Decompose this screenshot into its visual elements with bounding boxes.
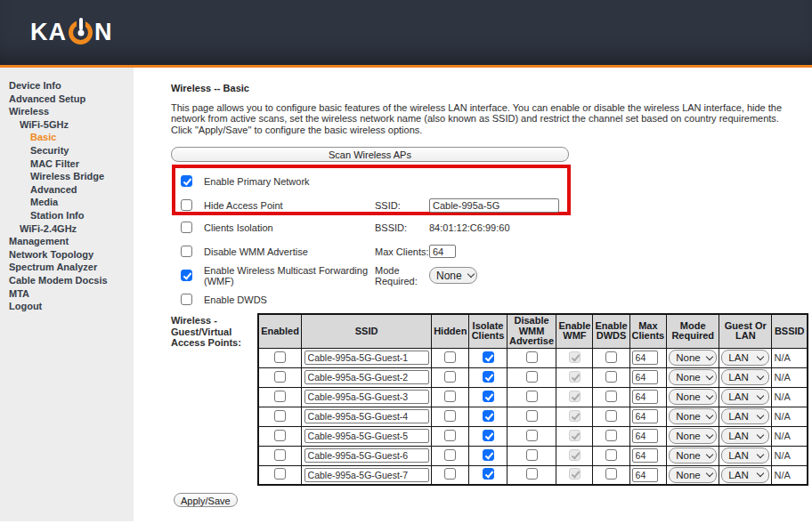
guest-isolate-clients-checkbox[interactable]	[483, 468, 494, 480]
guest-hidden-checkbox[interactable]	[444, 430, 456, 441]
guest-hidden-checkbox[interactable]	[444, 468, 456, 480]
guest-or-lan-select-value: LAN	[728, 450, 748, 461]
guest-mode-required-select[interactable]: None	[669, 389, 717, 405]
guest-disable-wmm-checkbox[interactable]	[526, 351, 538, 363]
sidebar-item-management[interactable]: Management	[0, 235, 134, 248]
sidebar-item-media[interactable]: Media	[0, 196, 134, 209]
guest-or-lan-select[interactable]: LAN	[721, 389, 769, 405]
sidebar-item-advanced[interactable]: Advanced	[0, 183, 134, 197]
sidebar-item-security[interactable]: Security	[0, 144, 134, 157]
sidebar-item-cable-modem-docsis[interactable]: Cable Modem Docsis	[0, 274, 134, 287]
guest-enable-dwds-checkbox[interactable]	[605, 468, 617, 480]
guest-cell	[507, 465, 556, 485]
guest-isolate-clients-checkbox[interactable]	[483, 410, 494, 422]
guest-or-lan-select[interactable]: LAN	[721, 350, 769, 366]
guest-isolate-clients-checkbox[interactable]	[483, 351, 494, 363]
guest-hidden-checkbox[interactable]	[444, 449, 456, 461]
guest-hidden-checkbox[interactable]	[444, 410, 456, 422]
scan-wireless-aps-button[interactable]: Scan Wireless APs	[171, 147, 569, 162]
guest-enabled-checkbox[interactable]	[274, 410, 286, 422]
guest-mode-required-select[interactable]: None	[669, 447, 717, 464]
guest-hidden-checkbox[interactable]	[444, 351, 456, 363]
guest-max-clients-input[interactable]	[632, 409, 658, 423]
guest-mode-required-select[interactable]: None	[669, 350, 717, 366]
annotation-highlight-box: Enable Primary Network Hide Access Point…	[172, 165, 571, 215]
guest-isolate-clients-checkbox[interactable]	[483, 371, 494, 383]
guest-or-lan-select[interactable]: LAN	[721, 428, 769, 444]
guest-isolate-clients-checkbox[interactable]	[483, 430, 494, 441]
guest-hidden-checkbox[interactable]	[444, 371, 456, 383]
guest-ssid-input[interactable]	[304, 390, 429, 404]
guest-or-lan-select[interactable]: LAN	[721, 447, 769, 464]
guest-or-lan-select[interactable]: LAN	[721, 369, 769, 385]
guest-disable-wmm-checkbox[interactable]	[526, 371, 538, 383]
sidebar-item-station-info[interactable]: Station Info	[0, 209, 134, 222]
apply-save-button[interactable]: Apply/Save	[174, 493, 238, 507]
sidebar-item-wifi-2-4ghz[interactable]: WiFi-2.4GHz	[0, 222, 134, 236]
mode-required-select[interactable]: None	[429, 267, 477, 284]
guest-mode-required-select[interactable]: None	[669, 467, 717, 483]
sidebar-item-wifi-5ghz[interactable]: WiFi-5GHz	[0, 118, 134, 132]
guest-enabled-checkbox[interactable]	[274, 430, 286, 441]
guest-cell: None	[667, 446, 719, 465]
enable-primary-network-checkbox[interactable]	[181, 175, 192, 187]
guest-mode-required-select[interactable]: None	[669, 369, 717, 385]
guest-disable-wmm-checkbox[interactable]	[526, 391, 538, 402]
guest-enabled-checkbox[interactable]	[274, 391, 286, 402]
clients-isolation-checkbox[interactable]	[181, 222, 192, 233]
guest-enable-dwds-checkbox[interactable]	[605, 371, 617, 383]
guest-isolate-clients-checkbox[interactable]	[483, 391, 494, 402]
sidebar-item-device-info[interactable]: Device Info	[0, 79, 134, 93]
max-clients-input[interactable]	[429, 245, 456, 258]
guest-ssid-input[interactable]	[304, 370, 429, 384]
sidebar-item-spectrum-analyzer[interactable]: Spectrum Analyzer	[0, 261, 134, 274]
enable-wmf-checkbox[interactable]	[181, 270, 192, 281]
guest-max-clients-input[interactable]	[632, 429, 658, 443]
guest-isolate-clients-checkbox[interactable]	[483, 449, 494, 461]
sidebar-item-wireless-bridge[interactable]: Wireless Bridge	[0, 170, 134, 183]
guest-enable-dwds-checkbox[interactable]	[605, 410, 617, 422]
sidebar-item-basic[interactable]: Basic	[0, 131, 134, 144]
guest-ssid-input[interactable]	[304, 429, 429, 443]
guest-enable-dwds-checkbox[interactable]	[605, 351, 617, 363]
guest-ssid-input[interactable]	[304, 448, 429, 463]
guest-disable-wmm-checkbox[interactable]	[526, 468, 538, 480]
guest-ssid-input[interactable]	[304, 351, 429, 365]
guest-enable-dwds-checkbox[interactable]	[605, 391, 617, 402]
hide-access-point-checkbox[interactable]	[181, 199, 192, 211]
guest-cell	[432, 407, 469, 426]
ssid-input[interactable]	[429, 198, 559, 213]
sidebar-item-mac-filter[interactable]: MAC Filter	[0, 157, 134, 171]
guest-enabled-checkbox[interactable]	[274, 468, 286, 480]
sidebar-item-wireless[interactable]: Wireless	[0, 105, 134, 118]
column-header-isolate-clients: Isolate Clients	[469, 314, 507, 348]
guest-mode-required-select[interactable]: None	[669, 408, 717, 424]
guest-max-clients-input[interactable]	[632, 468, 658, 482]
guest-or-lan-select[interactable]: LAN	[721, 408, 769, 424]
disable-wmm-advertise-checkbox[interactable]	[181, 246, 192, 257]
guest-mode-required-select[interactable]: None	[669, 428, 717, 444]
enable-dwds-checkbox[interactable]	[181, 294, 192, 305]
guest-or-lan-select[interactable]: LAN	[721, 467, 769, 483]
guest-enabled-checkbox[interactable]	[274, 449, 286, 461]
guest-enable-dwds-checkbox[interactable]	[605, 449, 617, 461]
guest-ssid-input[interactable]	[304, 409, 429, 423]
guest-enabled-checkbox[interactable]	[274, 371, 286, 383]
guest-hidden-checkbox[interactable]	[444, 391, 456, 402]
guest-max-clients-input[interactable]	[632, 370, 658, 384]
guest-ssid-input[interactable]	[304, 468, 429, 482]
chevron-down-icon	[757, 450, 764, 457]
sidebar-item-logout[interactable]: Logout	[0, 300, 134, 313]
guest-disable-wmm-checkbox[interactable]	[526, 430, 538, 441]
guest-cell	[258, 348, 301, 367]
guest-max-clients-input[interactable]	[632, 390, 658, 404]
sidebar-item-network-topology[interactable]: Network Topology	[0, 248, 134, 262]
guest-disable-wmm-checkbox[interactable]	[526, 449, 538, 461]
sidebar-item-advanced-setup[interactable]: Advanced Setup	[0, 93, 134, 106]
guest-enable-dwds-checkbox[interactable]	[605, 430, 617, 441]
guest-enabled-checkbox[interactable]	[274, 351, 286, 363]
guest-max-clients-input[interactable]	[632, 448, 658, 463]
guest-max-clients-input[interactable]	[632, 351, 658, 365]
guest-disable-wmm-checkbox[interactable]	[526, 410, 538, 422]
sidebar-item-mta[interactable]: MTA	[0, 287, 134, 301]
